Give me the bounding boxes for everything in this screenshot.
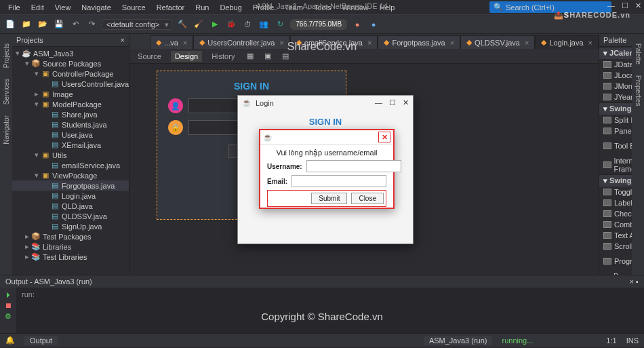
tab-close-icon[interactable]: ×: [450, 39, 454, 47]
close-icon[interactable]: ✕: [403, 98, 409, 107]
close-icon[interactable]: ✕: [635, 1, 641, 10]
stop-icon[interactable]: ⏹: [5, 301, 12, 309]
clean-build-icon[interactable]: 🧹: [193, 18, 205, 31]
tree-utils-pkg[interactable]: ▾▣Utils: [12, 150, 129, 160]
team-icon[interactable]: 👥: [258, 18, 270, 31]
tab-va[interactable]: ◆...va×: [150, 35, 193, 49]
dialog-username-field[interactable]: [306, 160, 401, 172]
subtab-design[interactable]: Design: [171, 51, 202, 62]
new-project-icon[interactable]: 📁: [20, 18, 33, 31]
output-panel: Output - ASM_Java3 (run) × ▪ ⏵ ⏹ ⚙ run:: [0, 275, 644, 333]
submit-button[interactable]: Submit: [311, 193, 347, 204]
menu-refactor[interactable]: Refactor: [153, 2, 189, 13]
tree-test-packages[interactable]: ▸📦Test Packages: [12, 231, 129, 241]
reload-icon[interactable]: ↻: [274, 18, 286, 31]
tree-students[interactable]: ▤Students.java: [12, 119, 129, 130]
new-file-icon[interactable]: 📄: [4, 18, 16, 31]
maximize-icon[interactable]: ☐: [389, 98, 396, 107]
menu-file[interactable]: File: [4, 2, 24, 13]
debug-icon[interactable]: 🐞: [225, 18, 237, 31]
tree-userscontroller[interactable]: ▤UsersController.java: [12, 79, 129, 89]
login-window-titlebar[interactable]: ☕ Login —☐✕: [238, 96, 413, 110]
close-button[interactable]: Close: [351, 193, 384, 204]
status-run-tab[interactable]: ASM_Java3 (run): [424, 336, 493, 345]
tree-forgotpass[interactable]: ▤Forgotpass.java: [12, 180, 129, 191]
tree-user[interactable]: ▤User.java: [12, 130, 129, 140]
memory-indicator[interactable]: 766.7/795.0MB: [290, 19, 347, 30]
tab-qldssv[interactable]: ◆QLDSSV.java×: [460, 35, 535, 49]
extra-icon-1[interactable]: ●: [351, 18, 363, 31]
right-tab-properties[interactable]: Properties: [634, 73, 643, 109]
tree-emailservice[interactable]: ▤emailService.java: [12, 160, 129, 170]
status-output-tab[interactable]: Output: [24, 336, 58, 345]
projects-title-label: Projects: [16, 36, 43, 44]
editor-subtoolbar: Source Design History ▦ ▣ ▤: [129, 49, 599, 64]
minimize-icon[interactable]: —: [375, 98, 382, 107]
tab-forgotpass[interactable]: ◆Forgotpass.java×: [378, 35, 460, 49]
menu-edit[interactable]: Edit: [27, 2, 48, 13]
build-icon[interactable]: 🔨: [176, 18, 188, 31]
tree-view-pkg[interactable]: ▾▣ViewPackage: [12, 170, 129, 180]
tree-share[interactable]: ▤Share.java: [12, 109, 129, 119]
tree-xemail[interactable]: ▤XEmail.java: [12, 140, 129, 150]
tab-close-icon[interactable]: ×: [525, 39, 529, 47]
tab-close-icon[interactable]: ×: [588, 39, 592, 47]
left-tab-projects[interactable]: Projects: [2, 41, 11, 71]
tree-root[interactable]: ▾☕ASM_Java3: [12, 48, 129, 58]
left-tab-services[interactable]: Services: [2, 76, 11, 107]
component-icon: [603, 189, 611, 195]
subtab-source[interactable]: Source: [134, 51, 165, 62]
tab-close-icon[interactable]: ×: [183, 39, 187, 47]
save-all-icon[interactable]: 💾: [53, 18, 65, 31]
menu-navigate[interactable]: Navigate: [77, 2, 115, 13]
tab-close-icon[interactable]: ×: [279, 39, 283, 47]
search-placeholder: Search (Ctrl+I): [506, 3, 555, 12]
output-console[interactable]: run:: [16, 288, 40, 333]
tree-controller-pkg[interactable]: ▾▣ControllerPackage: [12, 69, 129, 79]
run-icon[interactable]: ▶: [209, 18, 221, 31]
left-tool-strip: Projects Services Navigator: [0, 34, 12, 275]
menu-source[interactable]: Source: [118, 2, 150, 13]
tree-login[interactable]: ▤Login.java: [12, 191, 129, 201]
component-icon: [603, 142, 611, 149]
dialog-close-icon[interactable]: ✕: [378, 132, 390, 142]
dialog-email-field[interactable]: [291, 175, 386, 187]
java-icon: ☕: [263, 133, 273, 142]
status-ins-mode[interactable]: INS: [626, 336, 639, 345]
forgot-dialog[interactable]: ☕ ✕ Vui lòng nhập username/email Usernam…: [259, 129, 395, 209]
tree-model-pkg[interactable]: ▾▣ModelPackage: [12, 99, 129, 109]
tree-image-pkg[interactable]: ▸▣Image: [12, 89, 129, 99]
tab-userscontroller[interactable]: ◆UsersController.java×: [193, 35, 289, 49]
tree-signup[interactable]: ▤SignUp.java: [12, 221, 129, 231]
redo-icon[interactable]: ↷: [85, 18, 98, 31]
tree-source-packages[interactable]: ▾📦Source Packages: [12, 58, 129, 69]
extra-icon-2[interactable]: ●: [367, 18, 380, 31]
gutter-icon[interactable]: ⚙: [5, 312, 12, 321]
open-icon[interactable]: 📂: [37, 18, 49, 31]
right-tab-palette[interactable]: Palette: [634, 41, 643, 67]
tree-test-libraries[interactable]: ▸📚Test Libraries: [12, 252, 129, 262]
tab-close-icon[interactable]: ×: [367, 39, 371, 47]
toolbar-icon[interactable]: ▦: [244, 50, 256, 62]
tree-qldssv[interactable]: ▤QLDSSV.java: [12, 211, 129, 221]
undo-icon[interactable]: ↶: [69, 18, 81, 31]
menu-run[interactable]: Run: [191, 2, 213, 13]
menu-view[interactable]: View: [51, 2, 75, 13]
dialog-titlebar[interactable]: ☕ ✕: [260, 130, 393, 144]
profile-icon[interactable]: ⏱: [241, 18, 254, 31]
tab-login[interactable]: ◆Login.java×: [535, 35, 599, 49]
projects-close-icon[interactable]: ×: [121, 36, 125, 44]
tree-libraries[interactable]: ▸📚Libraries: [12, 241, 129, 252]
status-notification-icon[interactable]: 🔔: [5, 336, 15, 345]
menu-debug[interactable]: Debug: [216, 2, 245, 13]
tree-qld[interactable]: ▤QLD.java: [12, 201, 129, 211]
run-config-combo[interactable]: <default config>: [102, 19, 172, 30]
output-close-icon[interactable]: × ▪: [630, 277, 639, 286]
component-icon: [603, 161, 611, 168]
rerun-icon[interactable]: ⏵: [5, 290, 12, 298]
output-gutter: ⏵ ⏹ ⚙: [0, 288, 16, 333]
subtab-history[interactable]: History: [207, 51, 239, 62]
left-tab-navigator[interactable]: Navigator: [2, 113, 11, 147]
component-icon: [603, 72, 611, 79]
toolbar-icon[interactable]: ▣: [262, 50, 274, 62]
